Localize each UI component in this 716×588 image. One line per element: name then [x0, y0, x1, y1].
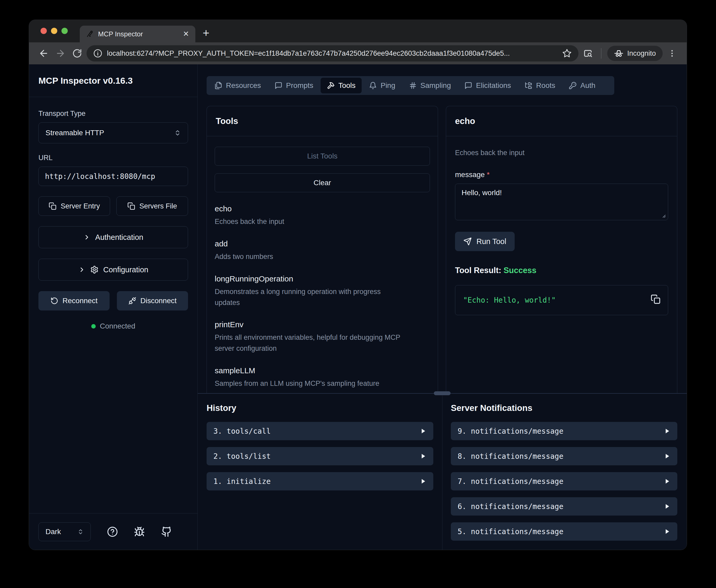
tool-runner-panel: echo Echoes back the input message * Hel…: [446, 106, 677, 393]
notification-row[interactable]: 6. notifications/message: [451, 497, 677, 516]
message-square-icon: [464, 82, 472, 89]
servers-file-label: Servers File: [139, 202, 177, 210]
expand-play-icon[interactable]: [420, 428, 427, 435]
expand-play-icon[interactable]: [420, 453, 427, 460]
resize-handle-icon[interactable]: [660, 212, 666, 218]
history-row[interactable]: 1. initialize: [207, 472, 433, 490]
reconnect-button[interactable]: Reconnect: [39, 291, 110, 311]
close-window-button[interactable]: [41, 28, 47, 34]
tool-result-value: "Echo: Hello, world!": [463, 296, 660, 304]
expand-play-icon[interactable]: [664, 428, 671, 435]
tool-list-item[interactable]: printEnv Prints all environment variable…: [215, 320, 430, 354]
bookmark-star-icon[interactable]: [562, 49, 572, 58]
tab-ping[interactable]: Ping: [363, 78, 402, 93]
message-param-textarea[interactable]: Hello, world!: [455, 184, 668, 220]
url-text[interactable]: localhost:6274/?MCP_PROXY_AUTH_TOKEN=ec1…: [107, 49, 558, 58]
gear-icon: [90, 266, 99, 274]
hammer-icon: [327, 82, 335, 89]
screenshot: MCP Inspector ✕ + localhost:6274/?MCP_PR…: [0, 0, 716, 588]
tab-auth[interactable]: Auth: [563, 78, 602, 93]
tool-description: Demonstrates a long running operation wi…: [215, 287, 403, 308]
horizontal-splitter[interactable]: [198, 393, 687, 394]
tab-title: MCP Inspector: [98, 30, 179, 38]
notification-row-label: 9. notifications/message: [458, 427, 664, 436]
bug-report-icon[interactable]: [134, 526, 145, 537]
browser-tab[interactable]: MCP Inspector ✕: [80, 26, 195, 42]
disconnect-label: Disconnect: [140, 297, 177, 305]
tool-result-status: Success: [503, 266, 536, 275]
servers-file-button[interactable]: Servers File: [116, 196, 188, 216]
tool-list-item[interactable]: sampleLLM Samples from an LLM using MCP'…: [215, 366, 430, 389]
notification-row[interactable]: 8. notifications/message: [451, 447, 677, 465]
zoom-window-button[interactable]: [62, 28, 68, 34]
bottom-row: History 3. tools/call 2. tools/list: [198, 394, 687, 550]
clear-tools-button[interactable]: Clear: [215, 173, 430, 192]
list-tools-button[interactable]: List Tools: [215, 147, 430, 166]
new-tab-button[interactable]: +: [203, 27, 210, 39]
help-icon[interactable]: [107, 526, 118, 537]
tab-sampling[interactable]: Sampling: [403, 78, 457, 93]
tab-label: Auth: [580, 81, 595, 90]
server-notifications-title: Server Notifications: [451, 403, 677, 413]
disconnect-button[interactable]: Disconnect: [117, 291, 188, 311]
tools-panel-title: Tools: [216, 116, 429, 126]
expand-play-icon[interactable]: [664, 453, 671, 460]
theme-select[interactable]: Dark: [39, 522, 91, 541]
mcp-inspector-app: MCP Inspector v0.16.3 Transport Type Str…: [29, 64, 687, 550]
tool-description: Echoes back the input: [215, 216, 430, 227]
expand-play-icon[interactable]: [420, 478, 427, 485]
notification-row[interactable]: 5. notifications/message: [451, 522, 677, 541]
browser-menu-icon[interactable]: [665, 46, 679, 61]
expand-play-icon[interactable]: [664, 478, 671, 485]
history-row-label: 1. initialize: [213, 477, 420, 486]
server-url-input[interactable]: [39, 167, 188, 186]
expand-play-icon[interactable]: [664, 528, 671, 535]
reload-button[interactable]: [70, 46, 85, 61]
param-name: message: [455, 171, 485, 178]
tab-elicitations[interactable]: Elicitations: [458, 78, 517, 93]
server-notifications-section: Server Notifications 9. notifications/me…: [442, 394, 687, 550]
tool-name: sampleLLM: [215, 366, 430, 375]
splitter-grip[interactable]: [434, 391, 451, 395]
address-bar[interactable]: localhost:6274/?MCP_PROXY_AUTH_TOKEN=ec1…: [87, 45, 579, 61]
tab-close-icon[interactable]: ✕: [183, 30, 189, 38]
notification-row-label: 6. notifications/message: [458, 502, 664, 511]
tab-resources[interactable]: Resources: [208, 78, 267, 93]
tool-result-label: Tool Result:: [455, 266, 501, 275]
transport-type-select[interactable]: Streamable HTTP: [39, 122, 188, 143]
window-controls[interactable]: [41, 28, 68, 34]
tab-tools[interactable]: Tools: [321, 78, 362, 93]
search-tabs-icon[interactable]: [581, 46, 595, 61]
expand-play-icon[interactable]: [664, 503, 671, 510]
tool-list-item[interactable]: echo Echoes back the input: [215, 204, 430, 227]
history-row[interactable]: 2. tools/list: [207, 447, 433, 465]
tool-list-item[interactable]: longRunningOperation Demonstrates a long…: [215, 274, 430, 308]
configuration-expander[interactable]: Configuration: [39, 259, 188, 281]
server-entry-button[interactable]: Server Entry: [39, 196, 110, 216]
tool-name: longRunningOperation: [215, 274, 430, 283]
copy-result-button[interactable]: [651, 294, 660, 304]
notification-row[interactable]: 9. notifications/message: [451, 422, 677, 440]
tab-label: Elicitations: [476, 81, 511, 90]
copy-icon: [127, 202, 135, 210]
history-row[interactable]: 3. tools/call: [207, 422, 433, 440]
tab-prompts[interactable]: Prompts: [268, 78, 320, 93]
minimize-window-button[interactable]: [51, 28, 57, 34]
site-info-icon[interactable]: [93, 49, 102, 58]
tool-list-item[interactable]: add Adds two numbers: [215, 239, 430, 262]
forward-button[interactable]: [53, 46, 68, 61]
server-entry-label: Server Entry: [61, 202, 100, 210]
run-tool-button[interactable]: Run Tool: [455, 232, 515, 251]
authentication-expander[interactable]: Authentication: [39, 226, 188, 248]
tab-label: Resources: [226, 81, 261, 90]
tool-result-box: "Echo: Hello, world!": [455, 285, 668, 315]
history-title: History: [207, 403, 433, 413]
tool-result-line: Tool Result: Success: [455, 266, 668, 275]
github-icon[interactable]: [161, 526, 172, 537]
theme-value: Dark: [45, 528, 61, 536]
tool-name: printEnv: [215, 320, 430, 329]
tab-roots[interactable]: Roots: [518, 78, 561, 93]
back-button[interactable]: [36, 46, 51, 61]
mcp-logo-favicon-icon: [86, 30, 94, 38]
notification-row[interactable]: 7. notifications/message: [451, 472, 677, 490]
